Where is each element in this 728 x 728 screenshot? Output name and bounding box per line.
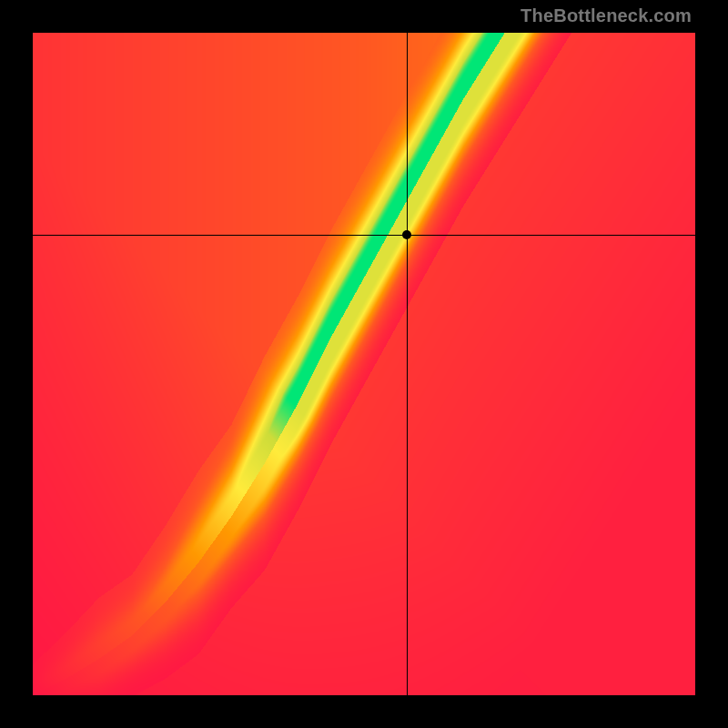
- heatmap-plot: [33, 33, 695, 695]
- heatmap-canvas: [33, 33, 695, 695]
- selection-marker: [402, 230, 411, 239]
- chart-frame: TheBottleneck.com: [0, 0, 728, 728]
- crosshair-vertical: [407, 33, 408, 695]
- crosshair-horizontal: [33, 235, 695, 236]
- watermark-label: TheBottleneck.com: [521, 5, 692, 26]
